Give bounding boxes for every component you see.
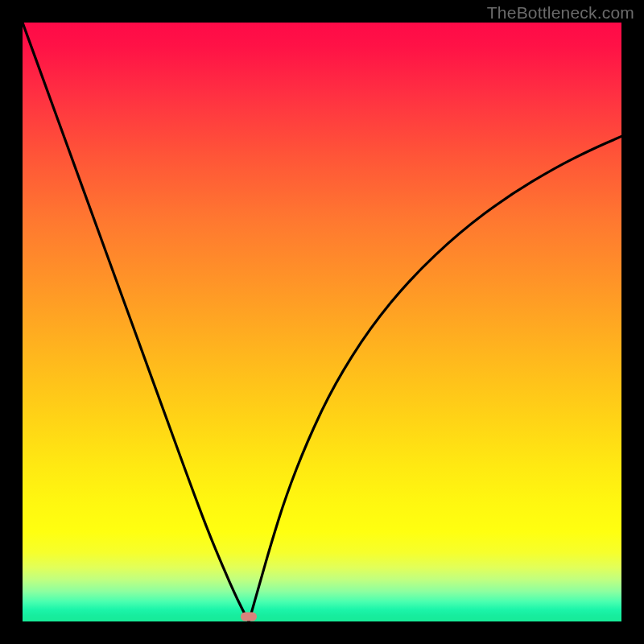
curve-right-branch — [249, 136, 621, 621]
watermark-text: TheBottleneck.com — [487, 3, 634, 23]
curve-left-branch — [23, 23, 249, 621]
outer-frame: TheBottleneck.com — [0, 0, 644, 644]
plot-area — [23, 23, 621, 621]
bottleneck-curve — [23, 23, 621, 621]
optimal-marker — [241, 613, 257, 621]
